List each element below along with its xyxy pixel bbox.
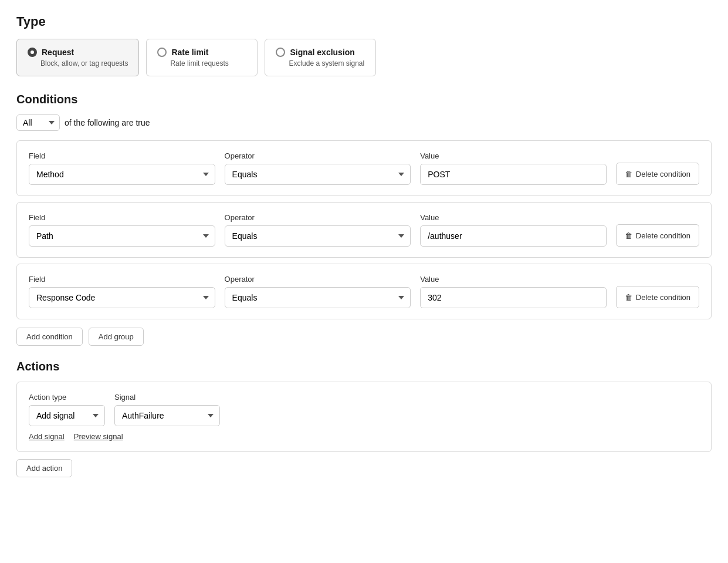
type-card-label-request: Request — [42, 48, 74, 57]
delete-condition-button-2[interactable]: 🗑 Delete condition — [616, 224, 699, 247]
add-signal-link-1[interactable]: Add signal — [29, 432, 65, 441]
conditions-actions: Add condition Add group — [16, 328, 712, 346]
add-action-button[interactable]: Add action — [16, 459, 72, 477]
value-input-3[interactable] — [420, 287, 607, 308]
actions-list: Action type Add signal Signal AuthFailur… — [16, 382, 712, 452]
conditions-logic: AllAnyNone of the following are true — [16, 114, 712, 131]
type-title: Type — [16, 14, 712, 29]
value-label-2: Value — [420, 213, 607, 222]
action-type-select-1[interactable]: Add signal — [29, 405, 105, 426]
condition-value-col-3: Value — [420, 275, 607, 308]
value-input-2[interactable] — [420, 225, 607, 247]
actions-title: Actions — [16, 360, 712, 373]
condition-card-2: Field Path Operator Equals Value 🗑 Delet… — [16, 202, 712, 258]
type-card-signal_exclusion[interactable]: Signal exclusion Exclude a system signal — [265, 39, 376, 76]
type-card-desc-signal_exclusion: Exclude a system signal — [289, 59, 365, 68]
type-section: Type Request Block, allow, or tag reques… — [16, 14, 712, 76]
preview-signal-link-1[interactable]: Preview signal — [74, 432, 123, 441]
action-card-1: Action type Add signal Signal AuthFailur… — [16, 382, 712, 452]
condition-field-col-2: Field Path — [29, 213, 215, 247]
field-select-2[interactable]: Path — [29, 225, 215, 247]
operator-label-2: Operator — [225, 213, 411, 222]
condition-field-col-3: Field Response Code — [29, 275, 215, 308]
type-options: Request Block, allow, or tag requests Ra… — [16, 39, 712, 76]
field-label-2: Field — [29, 213, 215, 222]
operator-label-3: Operator — [225, 275, 411, 284]
value-label-1: Value — [420, 151, 607, 160]
delete-condition-button-1[interactable]: 🗑 Delete condition — [616, 163, 699, 185]
conditions-title: Conditions — [16, 93, 712, 106]
trash-icon-2: 🗑 — [625, 231, 632, 240]
operator-select-2[interactable]: Equals — [225, 225, 411, 247]
operator-label-1: Operator — [225, 151, 411, 160]
condition-operator-col-2: Operator Equals — [225, 213, 411, 247]
conditions-section: Conditions AllAnyNone of the following a… — [16, 93, 712, 346]
delete-condition-label-3: Delete condition — [636, 293, 690, 302]
type-card-desc-request: Block, allow, or tag requests — [40, 59, 128, 68]
signal-field-1: Signal AuthFailure — [114, 393, 220, 426]
delete-condition-label-2: Delete condition — [636, 231, 690, 240]
condition-value-col-1: Value — [420, 151, 607, 185]
condition-field-col-1: Field Method — [29, 151, 215, 185]
action-type-label-1: Action type — [29, 393, 105, 402]
delete-condition-button-3[interactable]: 🗑 Delete condition — [616, 286, 699, 308]
trash-icon-1: 🗑 — [625, 170, 632, 178]
action-links-1: Add signal Preview signal — [29, 432, 699, 441]
type-card-desc-rate_limit: Rate limit requests — [170, 59, 246, 68]
field-label-1: Field — [29, 151, 215, 160]
delete-condition-label-1: Delete condition — [636, 170, 690, 178]
conditions-list: Field Method Operator Equals Value 🗑 Del… — [16, 140, 712, 319]
radio-signal_exclusion — [276, 48, 285, 57]
value-input-1[interactable] — [420, 164, 607, 185]
signal-label-1: Signal — [114, 393, 220, 402]
condition-value-col-2: Value — [420, 213, 607, 247]
add-condition-button[interactable]: Add condition — [16, 328, 83, 346]
type-card-rate_limit[interactable]: Rate limit Rate limit requests — [146, 39, 258, 76]
field-select-3[interactable]: Response Code — [29, 287, 215, 308]
field-label-3: Field — [29, 275, 215, 284]
type-card-label-rate_limit: Rate limit — [171, 48, 208, 57]
condition-card-1: Field Method Operator Equals Value 🗑 Del… — [16, 140, 712, 196]
signal-select-1[interactable]: AuthFailure — [114, 405, 220, 426]
radio-rate_limit — [157, 48, 167, 57]
type-card-request[interactable]: Request Block, allow, or tag requests — [16, 39, 139, 76]
field-select-1[interactable]: Method — [29, 164, 215, 185]
actions-section: Actions Action type Add signal Signal Au… — [16, 360, 712, 477]
trash-icon-3: 🗑 — [625, 293, 632, 302]
condition-card-3: Field Response Code Operator Equals Valu… — [16, 264, 712, 319]
add-group-button[interactable]: Add group — [89, 328, 144, 346]
type-card-label-signal_exclusion: Signal exclusion — [290, 48, 354, 57]
action-type-field-1: Action type Add signal — [29, 393, 105, 426]
operator-select-3[interactable]: Equals — [225, 287, 411, 308]
condition-operator-col-1: Operator Equals — [225, 151, 411, 185]
operator-select-1[interactable]: Equals — [225, 164, 411, 185]
logic-label: of the following are true — [65, 118, 150, 127]
value-label-3: Value — [420, 275, 607, 284]
logic-select[interactable]: AllAnyNone — [16, 114, 60, 131]
radio-request — [28, 48, 37, 57]
condition-operator-col-3: Operator Equals — [225, 275, 411, 308]
